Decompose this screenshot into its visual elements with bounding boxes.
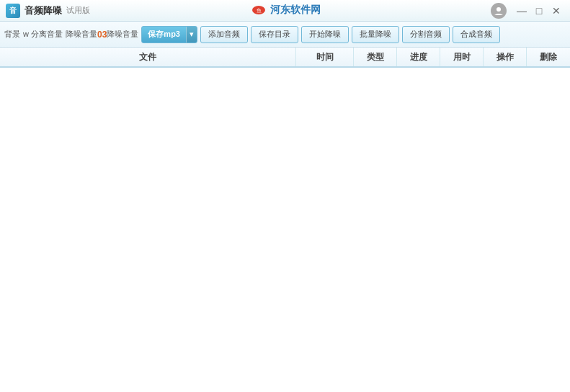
- col-duration-header: 用时: [440, 48, 484, 66]
- title-bar: 音 音频降噪 试用版 鱼 河东软件网 — □ ✕: [0, 0, 570, 22]
- title-bar-left: 音 音频降噪 试用版: [6, 4, 90, 18]
- noise-ambient-label: 降噪音量: [107, 29, 138, 40]
- col-action-header: 操作: [484, 48, 527, 66]
- close-button[interactable]: ✕: [548, 5, 564, 17]
- noise-voice-label: w 分离音量: [23, 29, 63, 40]
- col-time-header: 时间: [296, 48, 354, 66]
- add-audio-button[interactable]: 添加音频: [200, 26, 248, 43]
- app-logo: 音: [6, 4, 20, 18]
- save-mp3-label: 保存mp3: [142, 27, 186, 43]
- noise-background-label: 背景: [4, 29, 20, 40]
- title-bar-right: — □ ✕: [491, 3, 564, 19]
- user-icon: [491, 3, 507, 19]
- merge-audio-button[interactable]: 合成音频: [453, 26, 500, 43]
- save-mp3-button[interactable]: 保存mp3 ▾: [141, 26, 197, 43]
- column-headers: 文件 时间 类型 进度 用时 操作 删除: [0, 48, 570, 68]
- noise-voice-item: w 分离音量: [23, 29, 63, 40]
- start-noise-button[interactable]: 开始降噪: [301, 26, 349, 43]
- restore-button[interactable]: □: [531, 5, 547, 17]
- file-list-area: [0, 68, 570, 392]
- watermark: 鱼 河东软件网: [250, 1, 321, 19]
- minimize-button[interactable]: —: [514, 5, 530, 17]
- noise-level-value: 03: [97, 30, 107, 40]
- trial-badge: 试用版: [66, 5, 90, 16]
- noise-level-label: 降噪音量: [66, 29, 97, 40]
- save-mp3-dropdown-arrow[interactable]: ▾: [186, 27, 197, 43]
- col-delete-header: 删除: [527, 48, 570, 66]
- split-audio-button[interactable]: 分割音频: [402, 26, 450, 43]
- watermark-logo-icon: 鱼: [250, 1, 267, 19]
- watermark-site-text: 河东软件网: [270, 4, 321, 17]
- col-progress-header: 进度: [397, 48, 440, 66]
- svg-point-2: [496, 7, 501, 12]
- col-type-header: 类型: [354, 48, 397, 66]
- noise-level-item: 降噪音量 03 降噪音量: [66, 29, 138, 40]
- batch-noise-button[interactable]: 批量降噪: [352, 26, 399, 43]
- svg-point-0: [252, 6, 265, 14]
- app-title: 音频降噪: [25, 4, 62, 17]
- toolbar: 背景 w 分离音量 降噪音量 03 降噪音量 保存mp3 ▾ 添加音频 保存目录…: [0, 22, 570, 48]
- save-dir-button[interactable]: 保存目录: [251, 26, 298, 43]
- svg-text:鱼: 鱼: [256, 8, 261, 13]
- noise-background-item: 背景: [4, 29, 20, 40]
- col-file-header: 文件: [0, 48, 296, 66]
